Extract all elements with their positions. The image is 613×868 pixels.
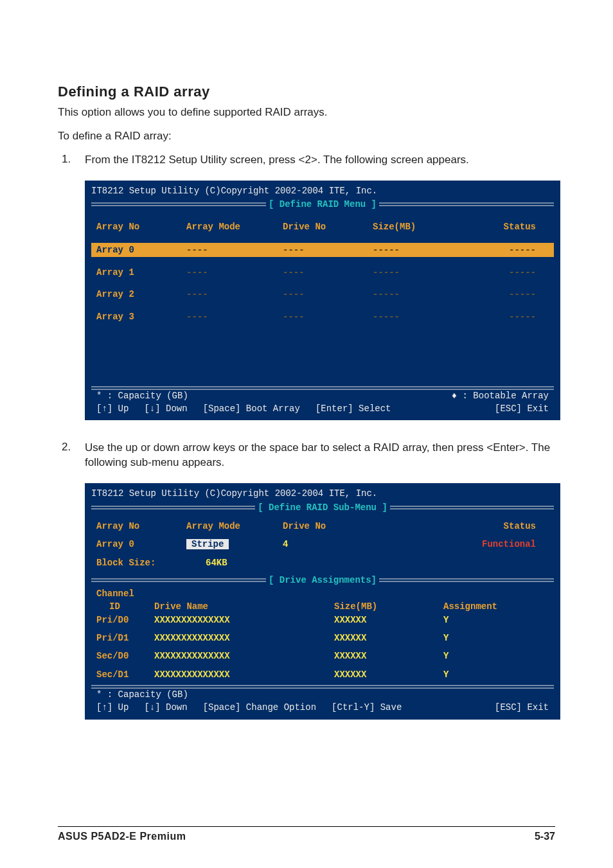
col-status: Status	[463, 520, 549, 533]
val-drive-no: 4	[283, 538, 373, 551]
submenu-header-row: Array No Array Mode Drive No Status	[91, 520, 554, 533]
table-row[interactable]: Array 2 ---- ---- ----- -----	[91, 288, 554, 301]
col-drive-no: Drive No	[283, 220, 373, 233]
val-status: Functional	[463, 538, 549, 551]
footer-page-number: 5-37	[535, 831, 555, 842]
col-drive-name: Drive Name	[154, 600, 334, 613]
label-channel: Channel	[96, 587, 154, 600]
col-array-no: Array No	[96, 220, 186, 233]
key-esc: [ESC] Exit	[495, 701, 549, 714]
col-array-no: Array No	[96, 520, 186, 533]
drive-header-row: ID Drive Name Size(MB) Assignment	[91, 600, 554, 613]
banner-drive-assignments: [ Drive Assignments]	[91, 574, 554, 587]
key-down: [↓] Down	[144, 701, 187, 714]
bios-screen-define-raid-submenu: IT8212 Setup Utility (C)Copyright 2002-2…	[85, 483, 560, 719]
key-up: [↑] Up	[96, 701, 129, 714]
drive-row[interactable]: Sec/D1 XXXXXXXXXXXXXX XXXXXX Y	[91, 668, 554, 681]
page-footer: ASUS P5AD2-E Premium 5-37	[58, 826, 555, 842]
drive-row[interactable]: Pri/D0 XXXXXXXXXXXXXX XXXXXX Y	[91, 614, 554, 626]
legend-capacity: * : Capacity (GB)	[96, 688, 188, 701]
table-row-selected[interactable]: Array 0 ---- ---- ----- -----	[91, 243, 554, 257]
col-assignment: Assignment	[443, 600, 549, 613]
table-row[interactable]: Array 1 ---- ---- ----- -----	[91, 266, 554, 279]
key-space: [Space] Boot Array	[203, 402, 300, 415]
col-array-mode: Array Mode	[186, 220, 283, 233]
step-number: 1.	[62, 153, 85, 168]
submenu-data-row: Array 0 Stripe 4 Functional	[91, 538, 554, 551]
step-text: From the IT8212 Setup Utility screen, pr…	[85, 153, 555, 168]
section-heading: Defining a RAID array	[58, 84, 555, 100]
val-block-size[interactable]: 64KB	[186, 556, 283, 569]
step-text: Use the up or down arrow keys or the spa…	[85, 441, 555, 470]
key-enter: [Enter] Select	[315, 402, 391, 415]
col-id: ID	[96, 600, 154, 613]
legend-bootable: ♦ : Bootable Array	[452, 389, 549, 402]
intro-text-1: This option allows you to define support…	[58, 105, 555, 120]
table-header-row: Array No Array Mode Drive No Size(MB) St…	[91, 220, 554, 233]
footer-product-name: ASUS P5AD2-E Premium	[58, 831, 186, 842]
key-space: [Space] Change Option	[203, 701, 316, 714]
col-status: Status	[463, 220, 549, 233]
key-up: [↑] Up	[96, 402, 129, 415]
banner-define-raid-submenu: [ Define RAID Sub-Menu ]	[91, 501, 554, 514]
drive-row[interactable]: Pri/D1 XXXXXXXXXXXXXX XXXXXX Y	[91, 632, 554, 644]
keybinding-row: [↑] Up [↓] Down [Space] Change Option [C…	[91, 701, 554, 714]
utility-title: IT8212 Setup Utility (C)Copyright 2002-2…	[91, 184, 554, 197]
col-size-mb: Size(MB)	[334, 600, 443, 613]
val-array-no: Array 0	[96, 538, 186, 551]
bios-screen-define-raid-menu: IT8212 Setup Utility (C)Copyright 2002-2…	[85, 181, 560, 421]
drive-row[interactable]: Sec/D0 XXXXXXXXXXXXXX XXXXXX Y	[91, 650, 554, 662]
val-array-mode-selected[interactable]: Stripe	[186, 539, 229, 549]
block-size-row: Block Size: 64KB	[91, 556, 554, 569]
legend-row: * : Capacity (GB) ♦ : Bootable Array	[91, 388, 554, 402]
table-row[interactable]: Array 3 ---- ---- ----- -----	[91, 310, 554, 323]
step-1: 1. From the IT8212 Setup Utility screen,…	[62, 153, 555, 168]
label-block-size: Block Size:	[96, 556, 186, 569]
banner-define-raid-menu: [ Define RAID Menu ]	[91, 198, 554, 211]
keybinding-row: [↑] Up [↓] Down [Space] Boot Array [Ente…	[91, 402, 554, 415]
key-down: [↓] Down	[144, 402, 187, 415]
col-size-mb: Size(MB)	[373, 220, 463, 233]
intro-text-2: To define a RAID array:	[58, 129, 555, 144]
step-2: 2. Use the up or down arrow keys or the …	[62, 441, 555, 470]
col-array-mode: Array Mode	[186, 520, 283, 533]
legend-row: * : Capacity (GB)	[91, 687, 554, 701]
step-number: 2.	[62, 441, 85, 470]
legend-capacity: * : Capacity (GB)	[96, 389, 188, 402]
col-drive-no: Drive No	[283, 520, 373, 533]
key-ctrl-y: [Ctrl-Y] Save	[332, 701, 402, 714]
key-esc: [ESC] Exit	[495, 402, 549, 415]
utility-title: IT8212 Setup Utility (C)Copyright 2002-2…	[91, 487, 554, 500]
